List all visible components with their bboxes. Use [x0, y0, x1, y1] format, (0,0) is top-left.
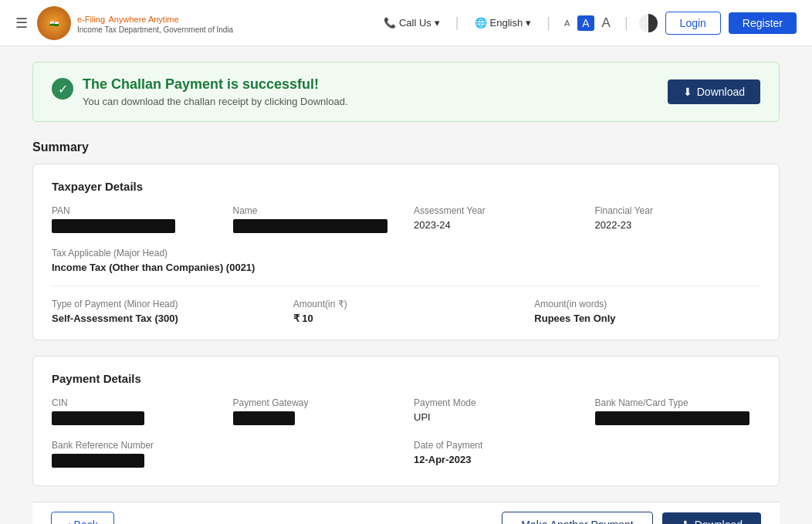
download-icon-footer: ⬇	[681, 519, 690, 524]
pan-value	[52, 219, 175, 233]
financial-year-value: 2022-23	[595, 219, 761, 231]
language-nav[interactable]: 🌐 English ▾	[470, 14, 536, 32]
taxpayer-card-title: Taxpayer Details	[52, 180, 760, 193]
cin-label: CIN	[52, 397, 218, 408]
date-payment-item: Date of Payment 12-Apr-2023	[414, 440, 760, 470]
navbar-left: ☰ 🇮🇳 e-Filing Anywhere Anytime Income Ta…	[15, 6, 367, 40]
chevron-down-icon: ▾	[526, 17, 531, 29]
success-left: ✓ The Challan Payment is successful! You…	[52, 76, 348, 107]
logo-tagline: Anywhere Anytime	[109, 15, 179, 24]
amount-inr-value: ₹ 10	[293, 313, 519, 324]
bank-ref-value	[52, 454, 144, 468]
download-icon: ⬇	[683, 86, 692, 98]
success-banner: ✓ The Challan Payment is successful! You…	[32, 62, 780, 122]
phone-icon: 📞	[384, 17, 396, 29]
footer-download-button[interactable]: ⬇ Download	[662, 512, 761, 524]
font-large-btn[interactable]: A	[599, 14, 614, 32]
footer-right: Make Another Payment ⬇ Download	[502, 512, 761, 524]
main-content: ✓ The Challan Payment is successful! You…	[20, 62, 792, 524]
logo-emblem: 🇮🇳	[37, 6, 71, 40]
payment-mode-label: Payment Mode	[414, 397, 580, 408]
bank-name-item: Bank Name/Card Type	[595, 397, 761, 428]
banner-download-button[interactable]: ⬇ Download	[668, 79, 760, 104]
payment-mode-item: Payment Mode UPI	[414, 397, 580, 428]
tax-applicable-value: Income Tax (Other than Companies) (0021)	[52, 262, 760, 273]
type-payment-label: Type of Payment (Minor Head)	[52, 299, 278, 309]
bank-ref-label: Bank Reference Number	[52, 440, 398, 451]
tax-applicable-item: Tax Applicable (Major Head) Income Tax (…	[52, 248, 760, 273]
financial-year-label: Financial Year	[595, 205, 761, 216]
bank-name-value	[595, 411, 749, 425]
logo-efiling: e-Filing Anywhere Anytime	[77, 11, 233, 25]
bank-name-label: Bank Name/Card Type	[595, 397, 761, 408]
make-another-payment-button[interactable]: Make Another Payment	[502, 512, 653, 524]
pan-item: PAN	[52, 205, 218, 235]
card-divider	[52, 286, 760, 286]
font-controls: A A A	[561, 14, 614, 32]
cin-value	[52, 411, 144, 425]
amount-words-label: Amount(in words)	[534, 299, 760, 309]
taxpayer-row-1: PAN Name Assessment Year 2023-24 Financi…	[52, 205, 760, 235]
amount-inr-label: Amount(in ₹)	[293, 299, 519, 309]
type-payment-item: Type of Payment (Minor Head) Self-Assess…	[52, 299, 278, 324]
amount-words-value: Rupees Ten Only	[534, 313, 760, 324]
name-label: Name	[233, 205, 399, 216]
amount-inr-item: Amount(in ₹) ₹ 10	[293, 299, 519, 324]
amount-words-item: Amount(in words) Rupees Ten Only	[534, 299, 760, 324]
payment-gateway-item: Payment Gateway	[233, 397, 399, 428]
payment-gateway-label: Payment Gateway	[233, 397, 399, 408]
chevron-down-icon: ▾	[435, 17, 440, 29]
bank-ref-item: Bank Reference Number	[52, 440, 398, 470]
cin-item: CIN	[52, 397, 218, 428]
font-medium-btn[interactable]: A	[577, 15, 594, 31]
navbar: ☰ 🇮🇳 e-Filing Anywhere Anytime Income Ta…	[0, 0, 812, 46]
navbar-right: 📞 Call Us ▾ | 🌐 English ▾ | A A A | Logi…	[379, 12, 797, 35]
taxpayer-details-card: Taxpayer Details PAN Name Assessment Yea…	[32, 164, 780, 340]
name-item: Name	[233, 205, 399, 235]
date-payment-label: Date of Payment	[414, 440, 760, 451]
logo-subtitle: Income Tax Department, Government of Ind…	[77, 25, 233, 35]
type-payment-value: Self-Assessment Tax (300)	[52, 313, 278, 324]
assessment-year-label: Assessment Year	[414, 205, 580, 216]
contrast-toggle[interactable]	[639, 14, 658, 32]
payment-card-title: Payment Details	[52, 372, 760, 385]
assessment-year-item: Assessment Year 2023-24	[414, 205, 580, 235]
taxpayer-row-2: Type of Payment (Minor Head) Self-Assess…	[52, 299, 760, 324]
hamburger-icon[interactable]: ☰	[15, 15, 28, 32]
payment-details-card: Payment Details CIN Payment Gateway Paym…	[32, 356, 780, 486]
payment-mode-value: UPI	[414, 411, 580, 423]
payment-row-2: Bank Reference Number Date of Payment 12…	[52, 440, 760, 470]
logo-container: 🇮🇳 e-Filing Anywhere Anytime Income Tax …	[37, 6, 233, 40]
globe-icon: 🌐	[475, 17, 487, 29]
name-value	[233, 219, 387, 233]
success-title: The Challan Payment is successful!	[83, 76, 348, 93]
success-icon: ✓	[52, 78, 73, 100]
login-button[interactable]: Login	[665, 12, 721, 35]
footer-actions: ‹ Back Make Another Payment ⬇ Download	[32, 502, 780, 524]
back-button[interactable]: ‹ Back	[51, 512, 114, 524]
register-button[interactable]: Register	[729, 12, 797, 34]
success-subtitle: You can download the challan receipt by …	[83, 96, 348, 107]
summary-title: Summary	[32, 140, 780, 154]
tax-applicable-label: Tax Applicable (Major Head)	[52, 248, 760, 259]
pan-label: PAN	[52, 205, 218, 216]
call-us-nav[interactable]: 📞 Call Us ▾	[379, 14, 445, 32]
font-small-btn[interactable]: A	[561, 17, 573, 29]
payment-row-1: CIN Payment Gateway Payment Mode UPI Ban…	[52, 397, 760, 428]
success-text: The Challan Payment is successful! You c…	[83, 76, 348, 107]
financial-year-item: Financial Year 2022-23	[595, 205, 761, 235]
date-payment-value: 12-Apr-2023	[414, 454, 760, 465]
assessment-year-value: 2023-24	[414, 219, 580, 231]
logo-text: e-Filing Anywhere Anytime Income Tax Dep…	[77, 11, 233, 35]
payment-gateway-value	[233, 411, 295, 425]
